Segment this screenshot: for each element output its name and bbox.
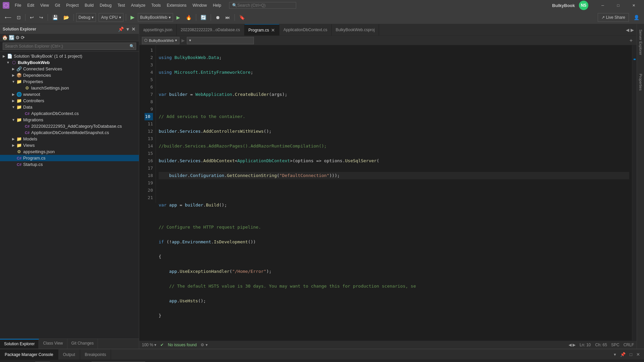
pm-maximize-btn[interactable]: □ <box>628 351 634 358</box>
toolbar-nav-btn[interactable]: ⊡ <box>15 13 23 22</box>
tree-item-views[interactable]: ▶ 📁 Views <box>0 142 139 148</box>
server-explorer-tab[interactable]: Server Explorer <box>638 27 643 58</box>
tree-item-appdbcontext[interactable]: ▶ C# ApplicationDbContext.cs <box>0 110 139 117</box>
toolbar-back-btn[interactable]: ⟵ <box>3 13 13 22</box>
se-close-btn[interactable]: ✕ <box>131 26 136 32</box>
title-search-input[interactable] <box>237 3 291 8</box>
tree-arrow-migrations[interactable]: ▼ <box>11 118 16 122</box>
tree-item-wwwroot[interactable]: ▶ 🌐 wwwroot <box>0 91 139 98</box>
tab-program-close[interactable]: ✕ <box>271 27 275 33</box>
menu-view[interactable]: View <box>38 2 52 9</box>
tree-item-appsettings[interactable]: ▶ ⚙ appsettings.json <box>0 148 139 155</box>
se-tab-class-view[interactable]: Class View <box>39 339 67 349</box>
menu-project[interactable]: Project <box>63 2 81 9</box>
tree-item-startup[interactable]: ▶ C# Startup.cs <box>0 161 139 168</box>
maximize-button[interactable]: □ <box>610 0 626 11</box>
tab-package-manager-console[interactable]: Package Manager Console <box>0 349 58 360</box>
se-filter-btn[interactable]: ⚙ <box>15 35 20 40</box>
tree-arrow-models[interactable]: ▶ <box>11 137 16 141</box>
tab-appdbcontext[interactable]: ApplicationDbContext.cs <box>279 24 332 36</box>
menu-window[interactable]: Window <box>190 2 210 9</box>
run-config-dropdown[interactable]: BulkyBookWeb ▾ <box>138 13 173 22</box>
tab-nav-left[interactable]: ◀ <box>626 27 629 33</box>
tree-item-migrations[interactable]: ▼ 📁 Migrations <box>0 117 139 123</box>
zoom-level[interactable]: 100 % ▾ <box>142 343 156 347</box>
tree-arrow-wwwroot[interactable]: ▶ <box>11 93 16 96</box>
menu-help[interactable]: Help <box>210 2 224 9</box>
platform-dropdown[interactable]: Any CPU ▾ <box>99 13 123 22</box>
tree-arrow-connected[interactable]: ▶ <box>11 67 16 71</box>
menu-analyze[interactable]: Analyze <box>128 2 148 9</box>
tree-arrow-project[interactable]: ▼ <box>5 61 11 64</box>
tab-breakpoints[interactable]: Breakpoints <box>80 349 111 360</box>
se-pending-btn[interactable]: ⟳ <box>21 35 25 40</box>
tree-item-launchsettings[interactable]: ▶ ⚙ launchSettings.json <box>0 85 139 91</box>
tree-arrow-dependencies[interactable]: ▶ <box>11 73 16 77</box>
close-button[interactable]: ✕ <box>626 0 641 11</box>
tree-item-program[interactable]: ▶ C# Program.cs <box>0 155 139 161</box>
profile-avatar[interactable]: NS <box>579 1 588 10</box>
tree-arrow-properties[interactable]: ▼ <box>11 80 16 83</box>
tree-item-solution[interactable]: ▶ 📄 Solution 'BulkyBook' (1 of 1 project… <box>0 53 139 59</box>
menu-edit[interactable]: Edit <box>24 2 37 9</box>
tree-arrow-controllers[interactable]: ▶ <box>11 99 16 103</box>
tree-item-migration1[interactable]: ▶ C# 20220822222953_AddCategoryToDatabas… <box>0 123 139 129</box>
tree-item-modelsnapshot[interactable]: ▶ C# ApplicationDbContextModelSnapshot.c… <box>0 129 139 136</box>
run-btn[interactable]: ▶ <box>128 13 137 22</box>
se-search-bar[interactable]: 🔍 <box>0 41 139 52</box>
minimize-button[interactable]: ─ <box>595 0 610 11</box>
pm-close-btn[interactable]: ✕ <box>635 351 641 358</box>
config-dropdown[interactable]: Debug ▾ <box>76 13 96 22</box>
menu-tools[interactable]: Tools <box>149 2 163 9</box>
se-search-input[interactable] <box>3 43 136 50</box>
tree-arrow-views[interactable]: ▶ <box>11 143 16 147</box>
title-search-box[interactable]: 🔍 <box>229 2 296 9</box>
se-tab-git-changes[interactable]: Git Changes <box>67 339 98 349</box>
menu-git[interactable]: Git <box>52 2 63 9</box>
tab-output[interactable]: Output <box>58 349 80 360</box>
tab-program[interactable]: Program.cs ✕ <box>245 24 279 36</box>
toolbar-refresh-btn[interactable]: 🔄 <box>199 13 208 22</box>
menu-debug[interactable]: Debug <box>97 2 114 9</box>
pm-dropdown-btn[interactable]: ▾ <box>612 351 618 358</box>
scroll-indicator[interactable] <box>632 45 637 341</box>
analysis-btn[interactable]: ⚙ ▾ <box>201 343 207 347</box>
se-pin-btn[interactable]: 📌 <box>117 26 124 32</box>
tree-item-connected[interactable]: ▶ 🔗 Connected Services <box>0 66 139 72</box>
toolbar-step-btn[interactable]: ⏭ <box>223 13 232 22</box>
add-line-btn[interactable]: + <box>628 38 634 44</box>
menu-file[interactable]: File <box>12 2 24 9</box>
se-auto-hide-btn[interactable]: ▾ <box>126 26 129 32</box>
member-dropdown[interactable]: ▾ <box>187 37 254 44</box>
hot-reload-btn[interactable]: 🔥 <box>184 13 194 22</box>
menu-extensions[interactable]: Extensions <box>164 2 189 9</box>
project-dropdown[interactable]: ⬡ BulkyBookWeb ▾ <box>142 37 179 44</box>
tree-item-dependencies[interactable]: ▶ 📦 Dependencies <box>0 72 139 78</box>
run-debug-btn[interactable]: ▶ <box>174 13 182 22</box>
tree-item-data[interactable]: ▼ 📁 Data <box>0 104 139 110</box>
tree-arrow-data[interactable]: ▼ <box>11 105 16 109</box>
tab-csproj[interactable]: BulkyBookWeb.csproj <box>332 24 379 36</box>
menu-build[interactable]: Build <box>82 2 97 9</box>
toolbar-feedback-btn[interactable]: 👤 <box>632 13 641 22</box>
tree-item-project[interactable]: ▼ ⬡ BulkyBookWeb <box>0 59 139 66</box>
toolbar-open-btn[interactable]: 📂 <box>61 13 71 22</box>
properties-tab[interactable]: Properties <box>638 71 643 93</box>
tab-appsettings[interactable]: appsettings.json <box>139 24 177 36</box>
toolbar-bookmark-btn[interactable]: 🔖 <box>237 13 247 22</box>
tree-item-controllers[interactable]: ▶ 📁 Controllers <box>0 98 139 104</box>
tree-item-models[interactable]: ▶ 📁 Models <box>0 136 139 142</box>
toolbar-undo-btn[interactable]: ↩ <box>28 13 36 22</box>
tree-arrow-solution[interactable]: ▶ <box>1 54 7 58</box>
tab-nav-right[interactable]: ▶ <box>631 27 634 33</box>
se-home-btn[interactable]: 🏠 <box>2 35 8 40</box>
toolbar-breakpoint-btn[interactable]: ⏺ <box>213 13 222 22</box>
se-sync-btn[interactable]: 🔃 <box>9 35 14 40</box>
se-tab-solution-explorer[interactable]: Solution Explorer <box>0 339 39 349</box>
pm-pin-btn[interactable]: 📌 <box>619 351 627 358</box>
menu-test[interactable]: Test <box>115 2 128 9</box>
toolbar-save-btn[interactable]: 💾 <box>50 13 60 22</box>
code-editor[interactable]: using BulkyBookWeb.Data; using Microsoft… <box>156 45 632 341</box>
live-share-button[interactable]: ↗ Live Share <box>598 13 629 22</box>
tree-item-properties[interactable]: ▼ 📁 Properties <box>0 78 139 85</box>
